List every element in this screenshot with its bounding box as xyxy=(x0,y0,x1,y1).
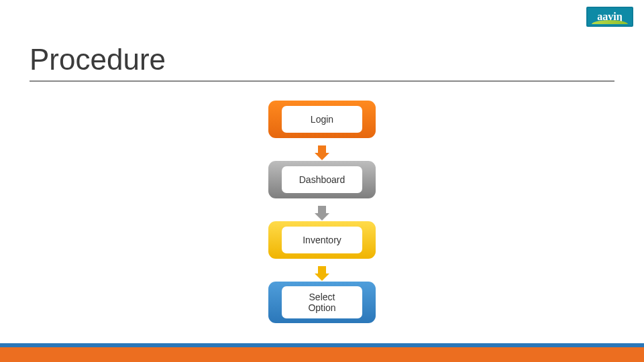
step-label: Dashboard xyxy=(282,166,362,193)
step-label: SelectOption xyxy=(282,286,362,318)
arrow-down-icon xyxy=(318,261,326,280)
step-login: Login xyxy=(268,101,376,138)
step-dashboard: Dashboard xyxy=(268,161,376,198)
step-inventory: Inventory xyxy=(268,221,376,259)
arrow-down-icon xyxy=(318,140,326,159)
procedure-flow: Login Dashboard Inventory SelectOption xyxy=(265,101,379,323)
step-label: Inventory xyxy=(282,227,362,253)
brand-logo: aaviη xyxy=(586,7,633,27)
footer-accent-orange xyxy=(0,347,644,362)
step-select-option: SelectOption xyxy=(268,282,376,323)
arrow-down-icon xyxy=(318,200,326,219)
brand-logo-swoosh xyxy=(592,20,628,24)
page-title-block: Procedure xyxy=(30,43,614,82)
page-title: Procedure xyxy=(30,43,614,80)
step-label: Login xyxy=(282,106,362,133)
title-underline xyxy=(30,80,614,82)
footer-bar xyxy=(0,343,644,362)
